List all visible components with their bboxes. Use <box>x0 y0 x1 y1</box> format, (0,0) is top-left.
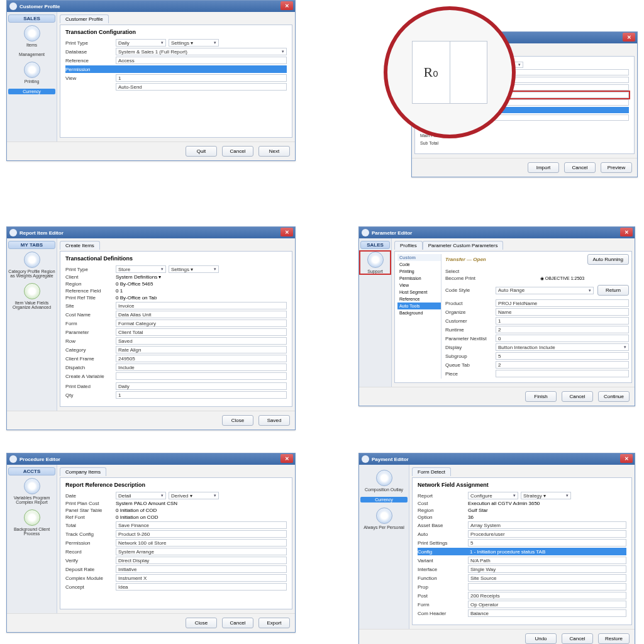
tab[interactable]: Create Items <box>60 241 100 250</box>
window-panel4: Parameter Editor✕ SALES Support Profiles… <box>358 226 635 406</box>
subnav-item-selected[interactable]: Auto Tools <box>397 303 441 309</box>
tab-parameters[interactable]: Parameter Custom Parameters <box>423 241 504 250</box>
magnified-button: R₀ <box>412 41 487 104</box>
sidebar-item[interactable]: Always Per Personal <box>360 508 408 530</box>
tab[interactable]: Customer Profile <box>60 14 109 23</box>
window-panel6: Payment Editor✕ Composition Outlay Curre… <box>358 453 635 644</box>
window-panel5: Procedure Editor✕ ACCTS Variables Progra… <box>6 453 296 633</box>
sidebar-item-currency[interactable]: Currency <box>360 497 408 502</box>
window-title: Payment Editor <box>372 457 409 462</box>
subnav-item[interactable]: Permission <box>397 275 441 282</box>
tab-profiles[interactable]: Profiles <box>394 241 423 250</box>
selected-row-config[interactable]: 1 - Initiation procedure status TAB <box>468 548 626 555</box>
undo-button[interactable]: Undo <box>525 633 557 644</box>
field-permission[interactable] <box>116 65 287 73</box>
window-title: Parameter Editor <box>372 230 412 236</box>
app-icon <box>9 3 17 10</box>
continue-button[interactable]: Continue <box>598 391 630 402</box>
sub-nav: Custom Code Printing Permission View Hos… <box>397 254 441 379</box>
cancel-button[interactable]: Cancel <box>222 146 253 157</box>
window-title: Customer Profile <box>19 4 60 9</box>
restore-button[interactable]: Restore <box>598 633 630 644</box>
window-title: Report Item Editor <box>19 230 64 236</box>
return-button[interactable]: Return <box>597 285 629 296</box>
sidebar-item[interactable]: Variables Program Complex Report <box>8 478 55 504</box>
subnav-item[interactable]: Printing <box>397 268 441 275</box>
finish-button[interactable]: Finish <box>525 391 557 402</box>
sidebar-item[interactable]: Item Value Fields Organize Advanced <box>8 283 55 309</box>
mag-text-left: R₀ <box>413 42 450 103</box>
import-button[interactable]: Import <box>528 162 559 173</box>
close-icon[interactable]: ✕ <box>620 454 633 463</box>
cancel-button[interactable]: Cancel <box>222 618 253 628</box>
combo-database[interactable]: System & Sales 1 (Full Report) <box>116 48 287 55</box>
combo-settings[interactable]: Settings ▾ <box>169 39 219 47</box>
sidebar-item[interactable]: Category Profile Region as Weights Aggre… <box>8 252 55 278</box>
close-icon[interactable]: ✕ <box>620 228 633 236</box>
field-autosend[interactable]: Auto-Send <box>116 83 287 91</box>
save-button[interactable]: Saved <box>258 415 290 426</box>
subnav-item[interactable]: View <box>397 282 441 289</box>
section-label: Transfer — Open <box>445 257 486 262</box>
subnav-item[interactable]: Code <box>397 261 441 268</box>
close-icon[interactable]: ✕ <box>623 33 635 42</box>
sidebar-header: SALES <box>8 14 55 23</box>
sidebar-item-currency[interactable]: Currency <box>8 89 55 94</box>
quit-button[interactable]: Quit <box>186 146 217 157</box>
combo-print-type[interactable]: Daily <box>116 39 166 47</box>
field-view[interactable]: 1 <box>116 74 287 82</box>
sidebar-item-highlighted[interactable]: Support <box>360 252 390 274</box>
sidebar-item[interactable]: Background Client Process <box>8 509 55 536</box>
tab[interactable]: Form Detect <box>412 467 451 476</box>
autorun-button[interactable]: Auto Running <box>587 254 629 265</box>
close-icon[interactable]: ✕ <box>280 228 293 236</box>
field-reference[interactable]: Access <box>116 57 287 64</box>
sidebar-item[interactable]: Management <box>8 52 55 57</box>
app-icon <box>9 229 17 236</box>
export-button[interactable]: Export <box>258 618 290 628</box>
titlebar: Customer Profile ✕ <box>7 1 295 12</box>
sidebar-item[interactable]: Items <box>8 25 55 47</box>
magnifier-callout: R₀ <box>384 6 516 138</box>
close-button[interactable]: Close <box>186 618 217 628</box>
subnav-item[interactable]: Background <box>397 309 441 316</box>
section-header: Transaction Configuration <box>65 29 287 35</box>
preview-button[interactable]: Preview <box>601 162 632 173</box>
cancel-button[interactable]: Cancel <box>562 391 593 402</box>
close-button[interactable]: Close <box>222 415 253 426</box>
window-title: Procedure Editor <box>19 457 60 462</box>
window-panel1: Customer Profile ✕ SALES Items Managemen… <box>6 0 296 161</box>
next-button[interactable]: Next <box>258 146 290 157</box>
close-icon[interactable]: ✕ <box>280 1 293 10</box>
cancel-button[interactable]: Cancel <box>564 162 596 173</box>
close-icon[interactable]: ✕ <box>280 454 293 463</box>
sidebar: SALES Items Management Printing Currency <box>7 12 57 142</box>
subnav-item[interactable]: Reference <box>397 296 441 303</box>
subnav-item[interactable]: Host Segment <box>397 289 441 296</box>
sidebar-item[interactable]: Composition Outlay <box>360 470 408 492</box>
tab[interactable]: Company Items <box>60 467 106 476</box>
cancel-button[interactable]: Cancel <box>562 633 593 644</box>
window-panel3: Report Item Editor✕ MY TABS Category Pro… <box>6 226 296 430</box>
code-style-combo[interactable]: Auto Range <box>496 287 594 294</box>
sidebar-item[interactable]: Printing <box>8 62 55 84</box>
app-icon <box>362 229 369 236</box>
